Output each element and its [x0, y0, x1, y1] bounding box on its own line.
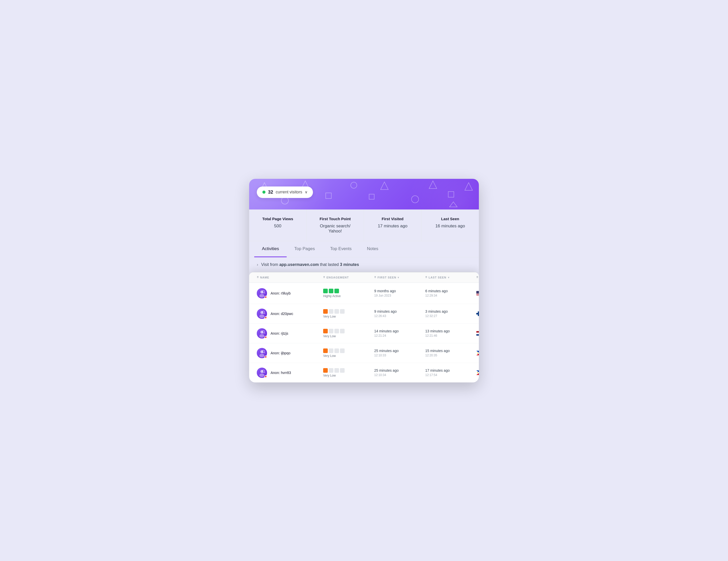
- stat-value-page-views: 500: [257, 223, 299, 229]
- engagement-cell: Highly Active: [323, 289, 374, 298]
- engagement-label: Very Low: [323, 315, 374, 318]
- svg-point-58: [477, 372, 478, 373]
- first-seen-cell: 9 minutes ago 12:26:43: [374, 310, 425, 318]
- svg-rect-9: [369, 194, 374, 199]
- first-seen-cell: 9 months ago 19 Jun 2023: [374, 289, 425, 298]
- stat-first-visited: First Visited 17 minutes ago: [364, 209, 421, 241]
- svg-rect-10: [448, 191, 454, 197]
- last-seen-cell: 6 minutes ago 12:29:34: [425, 289, 476, 298]
- col-header-last-seen[interactable]: ⠿ LAST SEEN ∨: [425, 276, 476, 279]
- user-cell: Anon: ijbpqo: [257, 348, 323, 358]
- engagement-cell: Very Low: [323, 368, 374, 377]
- first-seen-cell: 25 minutes ago 12:10:33: [374, 349, 425, 357]
- expand-icon[interactable]: ›: [257, 262, 258, 267]
- user-name: Anon: hvrr83: [271, 371, 291, 375]
- location-cell: Helsinki Finland: [476, 310, 479, 318]
- svg-point-35: [259, 334, 264, 338]
- avatar-status-dot: [264, 296, 267, 299]
- engagement-label: Highly Active: [323, 294, 374, 298]
- table-row[interactable]: Anon: d20pwc Very Low 9 minutes ago 12:2…: [249, 304, 479, 324]
- country-flag: [476, 331, 479, 336]
- tab-top-pages[interactable]: Top Pages: [287, 241, 322, 257]
- grid-icon-fs: ⠿: [374, 276, 376, 279]
- svg-point-43: [259, 354, 264, 358]
- svg-point-52: [259, 374, 264, 377]
- tab-notes[interactable]: Notes: [359, 241, 386, 257]
- user-cell: Anon: d20pwc: [257, 309, 323, 319]
- tab-activities[interactable]: Activities: [254, 241, 287, 257]
- grid-icon: ⠿: [257, 276, 259, 279]
- user-name: Anon: rjtzjs: [271, 331, 288, 336]
- stat-label-first-touch: First Touch Point: [314, 217, 356, 221]
- table-row[interactable]: Anon: hvrr83 Very Low 25 minutes ago 12:…: [249, 363, 479, 383]
- location-cell: San Diego USA: [476, 288, 479, 299]
- first-seen-relative: 14 minutes ago: [374, 329, 425, 333]
- stat-label-page-views: Total Page Views: [257, 217, 299, 221]
- visitor-count: 32: [268, 189, 273, 195]
- grid-icon-loc: ⠿: [476, 276, 478, 279]
- stat-total-page-views: Total Page Views 500: [249, 209, 307, 241]
- engagement-cell: Very Low: [323, 349, 374, 358]
- last-seen-time: 12:17:54: [425, 373, 476, 377]
- activity-text: Visit from app.usermaven.com that lasted…: [261, 262, 359, 267]
- grid-icon-eng: ⠿: [323, 276, 325, 279]
- last-seen-cell: 3 minutes ago 12:32:27: [425, 310, 476, 318]
- first-seen-date: 12:10:34: [374, 373, 425, 377]
- last-seen-relative: 17 minutes ago: [425, 368, 476, 373]
- svg-marker-2: [381, 182, 388, 189]
- svg-rect-32: [478, 312, 479, 316]
- stat-value-last-seen: 16 minutes ago: [429, 223, 471, 229]
- first-seen-relative: 25 minutes ago: [374, 349, 425, 353]
- stat-first-touch: First Touch Point Organic search/ Yahoo!: [307, 209, 364, 241]
- activity-section: › Visit from app.usermaven.com that last…: [249, 257, 479, 272]
- svg-point-6: [351, 182, 357, 188]
- engagement-cell: Very Low: [323, 329, 374, 338]
- col-header-first-seen[interactable]: ⠿ FIRST SEEN ∨: [374, 276, 425, 279]
- avatar-status-dot: [264, 316, 267, 319]
- engagement-cell: Very Low: [323, 309, 374, 318]
- last-seen-cell: 17 minutes ago 12:17:54: [425, 368, 476, 377]
- col-header-engagement: ⠿ ENGAGEMENT: [323, 276, 374, 279]
- table-header: ⠿ NAME ⠿ ENGAGEMENT ⠿ FIRST SEEN ∨ ⠿ LAS…: [249, 272, 479, 283]
- location-cell: Pasig Philippines: [476, 349, 479, 357]
- avatar: [257, 288, 267, 299]
- stat-last-seen: Last Seen 16 minutes ago: [421, 209, 479, 241]
- sort-icon-last-seen: ∨: [448, 276, 450, 279]
- tab-top-events[interactable]: Top Events: [322, 241, 359, 257]
- visitor-badge[interactable]: 32 current visitors ∨: [257, 186, 313, 198]
- user-cell: Anon: rjtzjs: [257, 328, 323, 339]
- country-flag: [476, 351, 479, 355]
- user-cell: Anon: r9luyb: [257, 288, 323, 299]
- activity-duration: 3 minutes: [340, 262, 359, 267]
- last-seen-cell: 15 minutes ago 12:20:35: [425, 349, 476, 357]
- activity-domain: app.usermaven.com: [279, 262, 319, 267]
- avatar: [257, 348, 267, 358]
- location-cell: Pasig Philippines: [476, 369, 479, 377]
- user-name: Anon: ijbpqo: [271, 351, 290, 355]
- avatar: [257, 309, 267, 319]
- engagement-label: Very Low: [323, 335, 374, 338]
- first-seen-date: 19 Jun 2023: [374, 294, 425, 298]
- svg-rect-23: [476, 295, 479, 295]
- first-seen-relative: 9 months ago: [374, 289, 425, 293]
- svg-marker-4: [465, 183, 472, 190]
- last-seen-time: 12:29:34: [425, 294, 476, 298]
- last-seen-time: 12:20:35: [425, 354, 476, 357]
- svg-point-5: [281, 197, 288, 204]
- visitor-label: current visitors: [276, 190, 302, 194]
- svg-point-49: [477, 353, 478, 354]
- engagement-label: Very Low: [323, 354, 374, 358]
- location-cell: Amsterdam Netherlands: [476, 330, 479, 337]
- chevron-down-icon[interactable]: ∨: [305, 190, 307, 194]
- table-row[interactable]: Anon: ijbpqo Very Low 25 minutes ago 12:…: [249, 343, 479, 363]
- last-seen-cell: 13 minutes ago 12:21:46: [425, 329, 476, 338]
- table-panel: ⠿ NAME ⠿ ENGAGEMENT ⠿ FIRST SEEN ∨ ⠿ LAS…: [249, 272, 479, 383]
- svg-point-27: [259, 315, 264, 318]
- stat-value-first-visited: 17 minutes ago: [372, 223, 414, 229]
- engagement-label: Very Low: [323, 374, 374, 377]
- grid-icon-ls: ⠿: [425, 276, 427, 279]
- stats-row: Total Page Views 500 First Touch Point O…: [249, 209, 479, 241]
- table-row[interactable]: Anon: r9luyb Highly Active 9 months ago …: [249, 283, 479, 304]
- avatar: [257, 328, 267, 339]
- table-row[interactable]: Anon: rjtzjs Very Low 14 minutes ago 12:…: [249, 324, 479, 343]
